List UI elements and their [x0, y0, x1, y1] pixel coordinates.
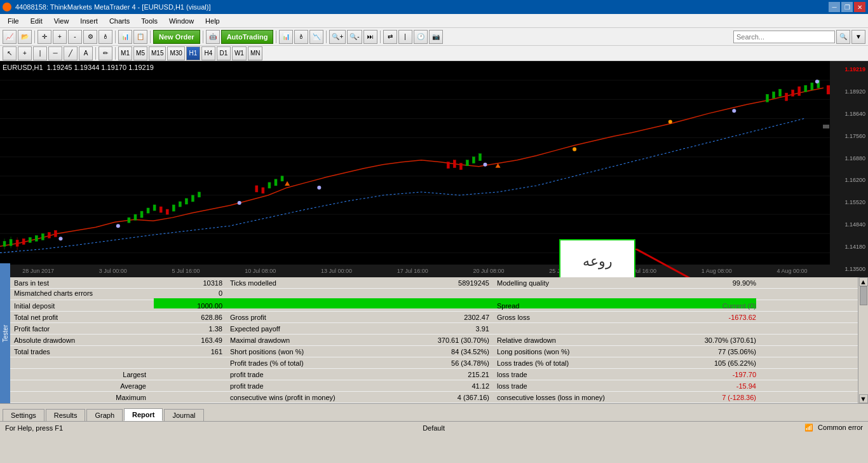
open-button[interactable]: 📂 [18, 30, 32, 44]
timeframe-m1[interactable]: M1 [118, 46, 132, 60]
properties-button[interactable]: ⚙ [83, 30, 97, 44]
price-level-3: 1.17560 [831, 133, 867, 139]
screenshot-button[interactable]: 📷 [429, 30, 443, 44]
absolute-drawdown-label: Absolute drawdown [10, 336, 150, 345]
price-level-6: 1.15520 [831, 199, 867, 205]
spread-label: Spread [493, 301, 633, 310]
indicator-button[interactable]: 📊 [118, 30, 132, 44]
loss-trade-avg-value: -15.94 [633, 382, 760, 390]
period-sep-button[interactable]: | [398, 30, 412, 44]
status-help: For Help, press F1 [5, 424, 63, 432]
new-chart-button[interactable]: 📈 [3, 30, 17, 44]
svg-rect-22 [128, 218, 130, 223]
maximum-label: Maximum [10, 393, 150, 402]
scroll-up[interactable]: ▲ [859, 277, 868, 286]
menu-file[interactable]: File [3, 16, 24, 26]
menu-tools[interactable]: Tools [136, 16, 163, 26]
svg-rect-33 [198, 192, 200, 197]
ticks-modelled-value: 58919245 [366, 279, 493, 287]
close-button[interactable]: ✕ [854, 2, 865, 12]
tab-results[interactable]: Results [46, 409, 86, 421]
stats-scrollbar[interactable]: ▲ ▼ [858, 277, 868, 403]
menu-insert[interactable]: Insert [75, 16, 103, 26]
zoom-out-btn2[interactable]: 🔍- [347, 30, 362, 44]
svg-rect-21 [54, 230, 57, 237]
svg-point-62 [668, 120, 672, 123]
app-icon [3, 3, 11, 11]
tab-settings[interactable]: Settings [3, 409, 44, 421]
svg-rect-44 [478, 154, 481, 161]
timeframe-m30[interactable]: M30 [167, 46, 184, 60]
svg-rect-37 [275, 179, 277, 186]
tab-journal[interactable]: Journal [164, 409, 203, 421]
ticks-modelled-label: Ticks modelled [226, 279, 366, 287]
chart-type-button[interactable]: 🕯 [98, 30, 112, 44]
clock-button[interactable]: 🕐 [414, 30, 428, 44]
price-level-2: 1.18640 [831, 111, 867, 117]
timeframe-h4[interactable]: H4 [201, 46, 215, 60]
candlestick-button[interactable]: 🕯 [294, 30, 308, 44]
chart-ohlc: 1.19245 1.19344 1.19170 1.19219 [47, 64, 154, 71]
timeframe-mn[interactable]: MN [248, 46, 263, 60]
svg-rect-31 [185, 198, 187, 204]
chart-symbol-timeframe: EURUSD,H1 [3, 64, 45, 71]
zoom-in-btn2[interactable]: 🔍+ [329, 30, 346, 44]
scroll-thumb[interactable] [860, 286, 867, 305]
timeframe-w1[interactable]: W1 [232, 46, 247, 60]
minimize-button[interactable]: ─ [829, 2, 840, 12]
spread-value: Current (0) [633, 301, 760, 310]
timeframe-m5[interactable]: M5 [133, 46, 147, 60]
bar-chart-button[interactable]: 📊 [279, 30, 293, 44]
loss-trade-largest-value: -197.70 [633, 370, 760, 379]
gross-profit-label: Gross profit [226, 313, 366, 322]
search-button[interactable]: 🔍 [836, 30, 850, 44]
price-axis: 1.19219 1.18920 1.18640 1.17560 1.16880 … [830, 61, 868, 277]
crosshair-button[interactable]: ✛ [37, 30, 51, 44]
consec-wins-value: 4 (367.16) [366, 393, 493, 402]
svg-rect-16 [22, 238, 25, 244]
tab-graph[interactable]: Graph [86, 409, 123, 421]
price-level-1: 1.18920 [831, 88, 867, 95]
gross-profit-value: 2302.47 [366, 313, 493, 322]
short-pos-value: 84 (34.52%) [366, 347, 493, 356]
trendline-button[interactable]: ╱ [64, 46, 78, 60]
vline-button[interactable]: | [33, 46, 47, 60]
menu-edit[interactable]: Edit [25, 16, 48, 26]
cursor-button[interactable]: ↖ [3, 46, 17, 60]
hline-button[interactable]: ─ [48, 46, 62, 60]
draw-button[interactable]: ✏ [98, 46, 112, 60]
menu-view[interactable]: View [49, 16, 74, 26]
scroll-end-button[interactable]: ⏭ [363, 30, 377, 44]
tab-report[interactable]: Report [124, 408, 163, 421]
line-chart-button[interactable]: 📉 [309, 30, 323, 44]
maximal-drawdown-label: Maximal drawdown [226, 336, 366, 345]
restore-button[interactable]: ❐ [841, 2, 853, 12]
svg-rect-36 [268, 183, 271, 188]
timeframe-shift-button[interactable]: ⇄ [383, 30, 397, 44]
expert-button[interactable]: 🤖 [206, 30, 220, 44]
stats-row-4: Total net profit 628.86 Gross profit 230… [10, 312, 858, 323]
crosshair2-button[interactable]: + [18, 46, 32, 60]
zoom-out-button[interactable]: - [68, 30, 82, 44]
autotrading-button[interactable]: AutoTrading [221, 30, 274, 44]
gross-loss-value: -1673.62 [633, 313, 760, 322]
text-button[interactable]: A [79, 46, 93, 60]
profit-trade-largest-label: profit trade [226, 370, 366, 379]
search-input[interactable] [733, 31, 835, 43]
menu-help[interactable]: Help [200, 16, 225, 26]
menu-charts[interactable]: Charts [104, 16, 135, 26]
menu-window[interactable]: Window [164, 16, 199, 26]
timeframe-h1[interactable]: H1 [186, 46, 200, 60]
loss-trades-label: Loss trades (% of total) [493, 359, 633, 368]
timeframe-d1[interactable]: D1 [217, 46, 231, 60]
timeframe-m15[interactable]: M15 [149, 46, 166, 60]
search-settings-button[interactable]: ▼ [851, 30, 865, 44]
stats-panel-wrapper: Tester Bars in test 10318 Ticks modelled… [0, 277, 868, 403]
scroll-down[interactable]: ▼ [859, 394, 868, 403]
zoom-in-button[interactable]: + [53, 30, 67, 44]
template-button[interactable]: 📋 [133, 30, 147, 44]
mismatched-value: 0 [150, 289, 226, 298]
mismatched-label: Mismatched charts errors [10, 289, 150, 298]
status-bar: For Help, press F1 Default 📶 Common erro… [0, 421, 868, 434]
new-order-button[interactable]: New Order [153, 30, 200, 44]
